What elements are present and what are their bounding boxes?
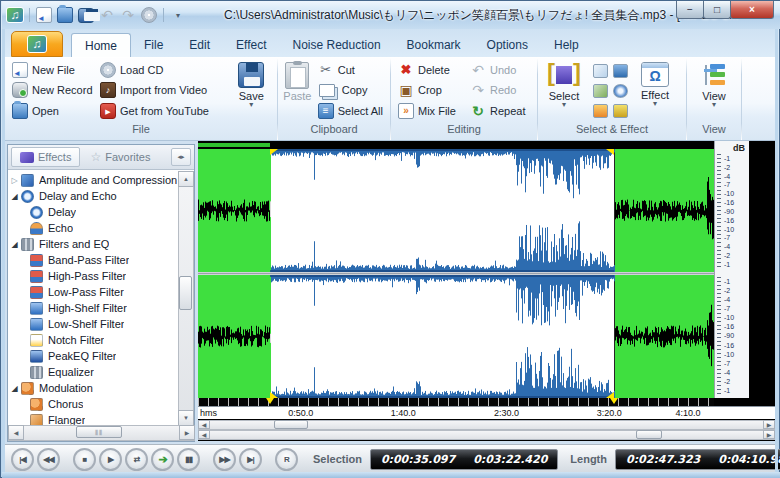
play-button[interactable]: ▶: [99, 448, 122, 471]
scroll-right-arrow[interactable]: ▶: [763, 430, 775, 439]
burn-cd-icon[interactable]: [141, 7, 157, 23]
tree-item-flanger[interactable]: Flanger: [8, 412, 179, 426]
paste-button[interactable]: Paste: [281, 59, 314, 121]
new-file-button[interactable]: New File: [9, 60, 95, 79]
tab-bookmark[interactable]: Bookmark: [394, 33, 474, 57]
title-bar[interactable]: ♫ ↶ ↷ ▾ C:\Users\Administrator\Music\もリフ…: [2, 1, 780, 29]
open-button[interactable]: Open: [9, 101, 95, 120]
tree-vertical-scrollbar[interactable]: ▲ ▼: [178, 171, 194, 426]
waveform-channel-right[interactable]: [198, 275, 714, 398]
maximize-button[interactable]: □: [703, 1, 731, 19]
play-selection-button[interactable]: ➔: [151, 448, 174, 471]
select-all-button[interactable]: ≡Select All: [315, 101, 386, 120]
scroll-right-arrow[interactable]: ▶: [763, 420, 775, 429]
picture-icon[interactable]: [593, 64, 608, 78]
tree-item-high-pass-filter[interactable]: High-Pass Filter: [8, 268, 179, 284]
expander-icon[interactable]: ◢: [8, 384, 21, 393]
scroll-thumb[interactable]: [274, 420, 308, 429]
stop-button[interactable]: ■: [73, 448, 96, 471]
customize-toolbar-chevron[interactable]: ▾: [169, 6, 187, 24]
tree-item-delay[interactable]: Delay: [8, 204, 179, 220]
view-button[interactable]: View ▾: [690, 59, 738, 121]
scroll-left-arrow[interactable]: ◀: [8, 425, 24, 440]
scroll-thumb[interactable]: [636, 430, 662, 439]
tab-help[interactable]: Help: [541, 33, 592, 57]
scroll-up-arrow[interactable]: ▲: [178, 171, 194, 187]
pause-button[interactable]: ▮▮: [177, 448, 200, 471]
tree-item-modulation[interactable]: ◢Modulation: [8, 380, 179, 396]
application-menu-button[interactable]: ♫: [11, 31, 63, 57]
tree-item-low-pass-filter[interactable]: Low-Pass Filter: [8, 284, 179, 300]
loop-button[interactable]: ⇄: [125, 448, 148, 471]
tree-item-notch-filter[interactable]: Notch Filter: [8, 332, 179, 348]
go-to-end-button[interactable]: ▶|: [239, 448, 262, 471]
redo-button[interactable]: ↷Redo: [467, 81, 531, 100]
new-record-button[interactable]: New Record: [9, 81, 95, 100]
tab-effect[interactable]: Effect: [223, 33, 279, 57]
mosaic-icon[interactable]: [593, 84, 608, 98]
open-icon[interactable]: [57, 7, 73, 23]
minimize-button[interactable]: −: [676, 1, 704, 19]
cut-button[interactable]: ✂Cut: [315, 60, 386, 79]
clock-icon[interactable]: [613, 84, 628, 98]
tree-item-peakeq-filter[interactable]: PeakEQ Filter: [8, 348, 179, 364]
panel-collapse-button[interactable]: ◂▸: [171, 148, 191, 166]
tab-edit[interactable]: Edit: [176, 33, 223, 57]
copy-button[interactable]: Copy: [315, 81, 386, 100]
sparkle-icon[interactable]: [593, 104, 608, 118]
scroll-down-arrow[interactable]: ▼: [178, 410, 194, 426]
scroll-thumb[interactable]: [179, 276, 192, 310]
tree-item-amplitude-and-compression[interactable]: ▷Amplitude and Compression: [8, 172, 179, 188]
marquee-icon[interactable]: [613, 104, 628, 118]
tab-options[interactable]: Options: [474, 33, 541, 57]
delete-button[interactable]: ✖Delete: [395, 60, 465, 79]
select-button[interactable]: Select ▾: [541, 59, 587, 121]
effect-button[interactable]: Effect ▾: [633, 59, 677, 121]
new-file-icon[interactable]: [36, 7, 52, 23]
tree-item-echo[interactable]: Echo: [8, 220, 179, 236]
undo-button[interactable]: ↶Undo: [467, 60, 531, 79]
mix-file-button[interactable]: »Mix File: [395, 101, 465, 120]
tab-home[interactable]: Home: [71, 33, 131, 57]
crop-button[interactable]: ▣Crop: [395, 81, 465, 100]
waveform-channel-left[interactable]: [198, 149, 714, 272]
expander-icon[interactable]: ◢: [8, 240, 21, 249]
record-button[interactable]: R: [275, 448, 298, 471]
tree-item-band-pass-filter[interactable]: Band-Pass Filter: [8, 252, 179, 268]
load-cd-button[interactable]: Load CD: [97, 60, 228, 79]
tree-item-chorus[interactable]: Chorus: [8, 396, 179, 412]
time-ruler[interactable]: [198, 398, 714, 406]
scroll-left-arrow[interactable]: ◀: [198, 430, 210, 439]
waveform-scrollbar-1[interactable]: ◀ ▶: [198, 420, 775, 430]
scroll-right-arrow[interactable]: ▶: [179, 425, 195, 440]
save-icon[interactable]: [78, 8, 94, 23]
tab-noise-reduction[interactable]: Noise Reduction: [280, 33, 394, 57]
save-button[interactable]: Save ▾: [229, 59, 274, 121]
waveform-scrollbar-2[interactable]: ◀ ▶: [198, 430, 775, 440]
go-to-start-button[interactable]: |◀: [11, 448, 34, 471]
overview-bar[interactable]: [198, 142, 714, 148]
close-button[interactable]: ×: [730, 1, 774, 19]
selection-start-marker[interactable]: [266, 398, 274, 404]
tree-item-delay-and-echo[interactable]: ◢Delay and Echo: [8, 188, 179, 204]
group-label-view: View: [687, 121, 741, 139]
tree-item-filters-and-eq[interactable]: ◢Filters and EQ: [8, 236, 179, 252]
fast-forward-button[interactable]: ▶▶: [213, 448, 236, 471]
tree-item-equalizer[interactable]: Equalizer: [8, 364, 179, 380]
scroll-left-arrow[interactable]: ◀: [198, 420, 210, 429]
tree-item-low-shelf-filter[interactable]: Low-Shelf Filter: [8, 316, 179, 332]
import-from-video-button[interactable]: ♪Import from Video: [97, 81, 228, 100]
get-from-youtube-button[interactable]: ▶Get from YouTube: [97, 101, 228, 120]
waveform-icon[interactable]: [613, 64, 628, 78]
selection-end-marker[interactable]: [610, 398, 618, 404]
expander-icon[interactable]: ▷: [8, 176, 21, 185]
tab-favorites[interactable]: ☆ Favorites: [82, 147, 158, 167]
rewind-button[interactable]: ◀◀: [37, 448, 60, 471]
expander-icon[interactable]: ◢: [8, 192, 21, 201]
tab-effects[interactable]: Effects: [11, 147, 80, 167]
tree-item-high-shelf-filter[interactable]: High-Shelf Filter: [8, 300, 179, 316]
scroll-thumb[interactable]: ⦀⦀: [76, 426, 122, 438]
repeat-button[interactable]: ↻Repeat: [467, 101, 531, 120]
tab-file[interactable]: File: [131, 33, 176, 57]
tree-horizontal-scrollbar[interactable]: ◀ ⦀⦀ ▶: [8, 425, 195, 441]
